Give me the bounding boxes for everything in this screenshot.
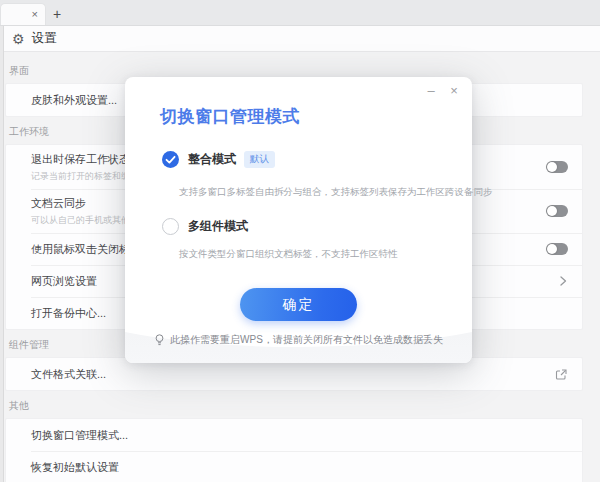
tab-settings[interactable]: × — [0, 3, 46, 25]
option-label: 整合模式 — [188, 151, 236, 168]
toggle-switch[interactable] — [546, 205, 568, 217]
row-title: 切换窗口管理模式... — [31, 427, 568, 444]
option-description: 支持多窗口多标签自由拆分与组合，支持标签列表保存为工作区跨设备同步 — [179, 186, 493, 199]
dialog-title: 切换窗口管理模式 — [160, 105, 300, 128]
page-title: 设置 — [32, 30, 57, 47]
minimize-icon[interactable]: – — [424, 83, 438, 97]
settings-row[interactable]: 恢复初始默认设置 — [6, 451, 582, 482]
window-mode-dialog: – × 切换窗口管理模式 整合模式 默认 支持多窗口多标签自由拆分与组合，支持标… — [125, 77, 472, 363]
toggle-knob — [547, 244, 557, 254]
section-label: 其他 — [9, 399, 583, 413]
row-title: 文件格式关联... — [31, 366, 555, 383]
chevron-right-icon[interactable] — [558, 275, 568, 287]
lightbulb-icon — [154, 334, 165, 346]
new-tab-button[interactable]: + — [46, 3, 68, 25]
restart-note-text: 此操作需要重启WPS，请提前关闭所有文件以免造成数据丢失 — [170, 333, 443, 347]
left-edge-strip — [0, 26, 4, 482]
toggle-knob — [547, 206, 557, 216]
option-multi-component-mode[interactable]: 多组件模式 — [162, 218, 248, 235]
toggle-knob — [547, 162, 557, 172]
toggle-switch[interactable] — [546, 243, 568, 255]
option-description: 按文件类型分窗口组织文档标签，不支持工作区特性 — [179, 248, 398, 261]
close-tab-icon[interactable]: × — [32, 9, 38, 20]
gear-icon: ⚙ — [12, 32, 25, 46]
toggle-switch[interactable] — [546, 161, 568, 173]
option-label: 多组件模式 — [188, 218, 248, 235]
radio-unchecked-icon[interactable] — [162, 218, 179, 235]
option-integrated-mode[interactable]: 整合模式 默认 — [162, 151, 275, 168]
row-title: 恢复初始默认设置 — [31, 459, 568, 476]
default-badge: 默认 — [244, 151, 275, 168]
restart-note: 此操作需要重启WPS，请提前关闭所有文件以免造成数据丢失 — [125, 333, 472, 347]
settings-card: 切换窗口管理模式...恢复初始默认设置 — [5, 418, 583, 482]
settings-row[interactable]: 切换窗口管理模式... — [6, 419, 582, 451]
section-label: 界面 — [9, 64, 583, 78]
close-icon[interactable]: × — [447, 83, 461, 97]
settings-header: ⚙ 设置 — [0, 26, 600, 52]
radio-checked-icon[interactable] — [162, 151, 179, 168]
tab-bar: × + — [0, 0, 600, 26]
external-link-icon[interactable] — [555, 368, 568, 381]
confirm-button[interactable]: 确定 — [240, 288, 357, 321]
